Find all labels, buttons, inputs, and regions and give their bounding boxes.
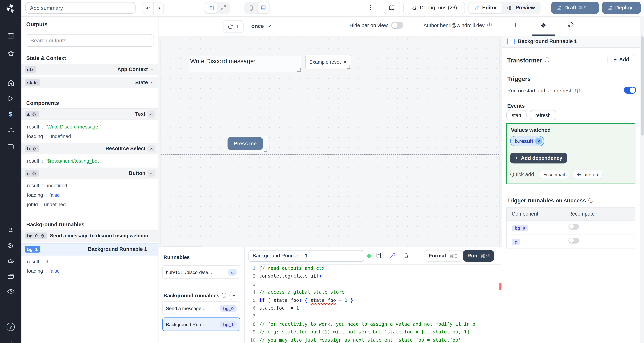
code-line-8[interactable]: 8// for reactivity to work, you need to … [245,320,502,328]
chevron-up-icon[interactable] [150,247,155,252]
delete-trash-icon[interactable] [404,252,410,258]
centered-layout-icon[interactable] [206,2,217,13]
refresh-mode-select[interactable]: once [251,20,272,32]
quick-add-state-foo[interactable]: +state.foo [572,170,602,179]
ctx-row[interactable]: ctx App Context [21,64,158,75]
tab-settings-diamond-icon[interactable]: ❖ [535,21,552,29]
bg1-card-selected[interactable]: Background Run... bg_1 [162,318,240,331]
bg0-card[interactable]: Send a message... bg_0 [162,302,240,315]
info-icon[interactable]: ⓘ [544,57,549,64]
quick-add-ctx-email[interactable]: +ctx.email [539,170,569,179]
add-dependency-button[interactable]: +Add dependency [510,153,567,164]
component-a-row[interactable]: a Text [21,108,158,120]
code-line-6[interactable]: 6state.foo += 1 [245,304,502,312]
debug-runs-button[interactable]: Debug runs (26) [404,2,465,14]
info-icon[interactable]: ⓘ [588,197,593,204]
tab-editor[interactable]: Editor [469,2,502,13]
code-line-10[interactable]: 10// you may also just reassign as next … [245,336,502,343]
app-height-divider [161,154,499,155]
c-table-badge: c [512,238,520,245]
favorites-star-icon[interactable] [0,50,21,58]
add-runnable-button[interactable]: + [229,291,239,300]
code-line-4[interactable]: 4// access a global state store [245,288,502,296]
c-recompute-toggle[interactable] [568,238,579,244]
chevron-up-icon[interactable] [148,110,155,118]
hide-bar-toggle[interactable] [391,22,404,29]
resource-select-component[interactable]: Example resou... ✕ [305,54,351,69]
run-on-start-toggle[interactable] [624,86,636,94]
canvas-grid[interactable]: Write Discord message: Example resou... … [160,38,500,247]
resize-handle[interactable] [297,68,301,72]
help-icon[interactable]: ? [0,323,21,331]
event-refresh-chip[interactable]: refresh [530,110,556,120]
full-width-icon[interactable] [218,2,229,13]
tab-styling-brush-icon[interactable] [562,21,579,28]
info-icon[interactable]: ⓘ [487,22,492,29]
clear-select-icon[interactable]: ✕ [343,59,347,65]
desktop-icon[interactable] [258,2,269,13]
hub-script-card[interactable]: hub/1511/discord/se... c [162,265,240,279]
home-icon[interactable] [0,79,21,86]
workers-robot-icon[interactable] [0,257,21,264]
mobile-icon[interactable] [245,2,257,13]
folders-icon[interactable] [0,272,21,280]
add-transformer-button[interactable]: +Add [608,54,635,65]
code-line-9[interactable]: 9// e.g: state.foo.push(1) will not work… [245,328,502,336]
bg0-recompute-toggle[interactable] [568,224,579,230]
table-row: c [507,234,635,248]
code-editor[interactable]: 1// read outputs and ctx2console.log(ctx… [245,264,502,343]
schedules-calendar-icon[interactable] [0,143,21,150]
background-runnables-heading: Background runnables [26,221,84,228]
app-summary-input[interactable] [26,2,136,14]
search-outputs-input[interactable] [26,34,154,47]
button-component[interactable]: Press me [227,136,268,152]
deploy-button[interactable]: Deploy [602,2,641,14]
runs-play-icon[interactable] [0,95,21,102]
cache-db-icon[interactable] [375,252,382,259]
component-b-row[interactable]: b Resource Select [21,143,158,154]
chevron-up-icon[interactable] [148,170,155,177]
resources-icon[interactable] [0,127,21,134]
resize-handle[interactable] [264,148,268,152]
settings-gear-icon[interactable]: ⚙ [0,242,21,250]
watched-value-chip[interactable]: b.result ✕ [510,136,544,146]
code-line-1[interactable]: 1// read outputs and ctx [245,264,502,272]
component-c-row[interactable]: c Button [21,168,158,179]
docs-book-button[interactable] [384,2,400,14]
more-options-icon[interactable]: ⋮ [366,3,374,11]
variables-dollar-icon[interactable]: $ [0,111,21,118]
draft-button[interactable]: Draft ⌘S [551,2,599,14]
format-button[interactable]: Format⌘S [424,250,462,262]
tab-preview[interactable]: Preview [502,2,540,13]
transformer-heading: Transformerⓘ [507,57,550,64]
redo-button[interactable]: ↷ [154,2,164,14]
bg1-row-selected[interactable]: bg_1 Background Runnable 1 [21,243,158,256]
resize-handle[interactable] [346,65,350,68]
text-component[interactable]: Write Discord message: [189,56,301,72]
tab-insert-plus-icon[interactable] [507,21,524,28]
window-scrollbar[interactable] [640,16,644,343]
code-line-3[interactable]: 3 [245,280,502,288]
chevron-up-icon[interactable] [148,145,155,152]
code-line-2[interactable]: 2console.log(ctx.email) [245,272,502,280]
user-icon[interactable] [0,226,21,234]
remove-dependency-icon[interactable]: ✕ [535,138,542,144]
press-me-button[interactable]: Press me [228,137,263,150]
undo-button[interactable]: ↶ [144,2,153,14]
refresh-count-box[interactable]: 1 [223,20,244,33]
chevron-down-icon[interactable] [150,67,155,72]
event-start-chip[interactable]: start [506,110,527,120]
state-row[interactable]: state State [21,77,158,88]
audit-eye-icon[interactable] [0,288,21,295]
ai-wand-icon[interactable] [390,252,396,259]
run-button[interactable]: Run⌘⏎ [463,250,494,262]
code-line-5[interactable]: 5if (!state.foo) { state.foo = 0 } [245,296,502,304]
collapse-arrow-icon[interactable]: → [0,337,21,343]
chevron-down-icon[interactable] [150,80,155,85]
code-line-7[interactable]: 7 [245,312,502,320]
apps-icon[interactable] [0,32,21,40]
runnable-name-input[interactable] [248,250,364,262]
info-icon[interactable]: ⓘ [575,87,580,94]
bg0-row[interactable]: bg_0 Send a message to discord using web… [21,230,158,242]
windmill-logo[interactable] [0,3,21,14]
